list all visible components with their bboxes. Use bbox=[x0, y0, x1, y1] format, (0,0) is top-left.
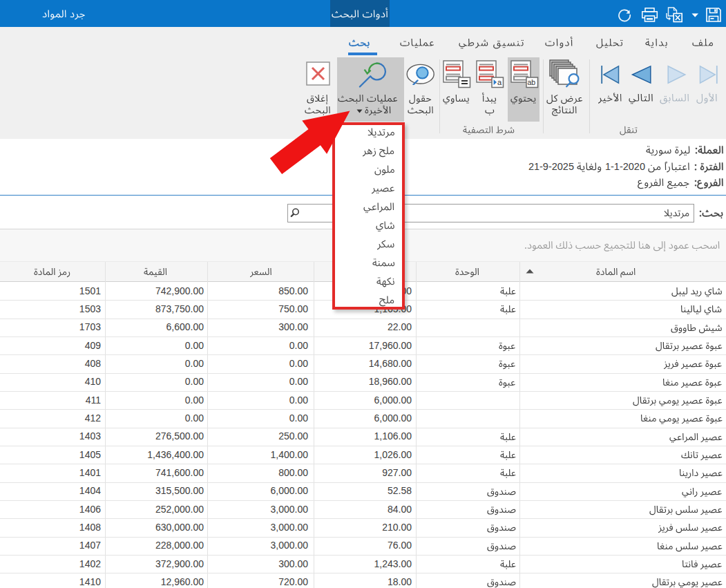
svg-text:ab: ab bbox=[528, 78, 536, 86]
svg-text:a: a bbox=[497, 78, 502, 86]
